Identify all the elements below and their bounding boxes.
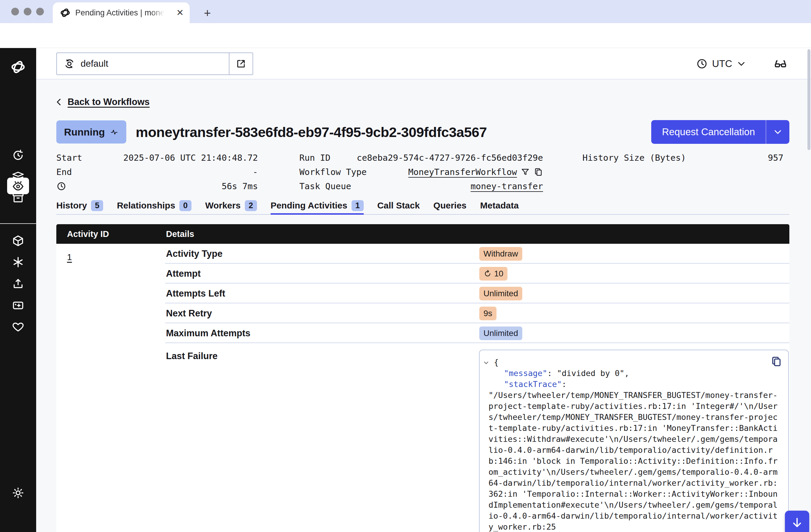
start-value: 2025-07-06 UTC 21:40:48.72 (123, 153, 258, 163)
workflow-type-link[interactable]: MoneyTransferWorkflow (408, 167, 517, 177)
chevron-left-icon (55, 97, 63, 106)
browser-tab-strip: Pending Activities | moneytra ✕ + (0, 0, 811, 23)
sidebar-item-deployments[interactable] (0, 234, 36, 247)
tab-history-count: 5 (91, 200, 103, 211)
namespace-icon (63, 58, 75, 70)
task-queue-link[interactable]: money-transfer (471, 181, 543, 191)
sidebar-item-feedback[interactable] (0, 320, 36, 333)
duration-value: 56s 7ms (222, 181, 258, 191)
end-value: - (253, 167, 258, 177)
tab-queries[interactable]: Queries (433, 199, 466, 214)
app-sidebar: 2.34.0 (0, 48, 36, 532)
collapse-chevron-icon[interactable] (483, 359, 490, 366)
theme-toggle-sun-icon[interactable] (0, 486, 36, 499)
namespace-selector[interactable]: default (56, 52, 253, 75)
tab-pending-activities-count: 1 (352, 200, 364, 211)
sidebar-item-batch-operations[interactable] (0, 170, 36, 183)
history-size-value: 957 (768, 153, 783, 163)
end-label: End (56, 167, 72, 177)
table-row: Attempt 10 (56, 264, 789, 284)
table-row: Activity Type Withdraw (56, 244, 789, 264)
sidebar-item-labs[interactable] (0, 299, 36, 311)
sidebar-item-import-events[interactable] (0, 277, 36, 290)
next-retry-label: Next Retry (166, 308, 212, 319)
sidebar-item-archival[interactable] (0, 191, 36, 204)
sidebar-item-schedules[interactable] (0, 148, 36, 161)
maximum-attempts-label: Maximum Attempts (166, 328, 250, 339)
run-id-value: ce8eba29-574c-4727-9726-fc56ed03f29e (356, 153, 543, 163)
new-tab-button[interactable]: + (204, 6, 211, 20)
tab-pending-activities[interactable]: Pending Activities1 (271, 199, 364, 214)
tab-workers[interactable]: Workers2 (205, 199, 257, 214)
table-row: Maximum Attempts Unlimited (56, 323, 789, 343)
table-row: Next Retry 9s (56, 303, 789, 323)
attempt-label: Attempt (166, 268, 201, 279)
cancel-dropdown-caret[interactable] (766, 120, 789, 144)
main-content: Back to Workflows Running moneytransfer-… (36, 79, 811, 532)
table-header: Activity ID Details (56, 224, 789, 244)
browser-tab[interactable]: Pending Activities | moneytra ✕ (53, 2, 190, 23)
filter-icon[interactable] (521, 167, 530, 177)
window-close-dot[interactable] (11, 8, 19, 15)
tab-workers-count: 2 (245, 200, 257, 211)
namespace-open-button[interactable] (229, 53, 253, 74)
activity-type-badge: Withdraw (479, 247, 522, 261)
back-to-workflows-link[interactable]: Back to Workflows (55, 97, 150, 107)
last-failure-code-block[interactable]: { "message": "divided by 0", "stackTrace… (479, 350, 789, 532)
namespace-name: default (81, 58, 108, 69)
attempts-left-badge: Unlimited (479, 287, 522, 300)
copy-json-icon[interactable] (770, 355, 782, 367)
sidebar-item-nexus[interactable] (0, 256, 36, 269)
workflow-metadata: Start 2025-07-06 UTC 21:40:48.72 End - 5… (36, 151, 811, 198)
scroll-to-bottom-button[interactable] (785, 511, 809, 532)
arrow-down-icon (791, 516, 804, 529)
namespace-bar: default UTC (36, 48, 811, 79)
maximum-attempts-badge: Unlimited (479, 326, 522, 340)
tab-call-stack[interactable]: Call Stack (377, 199, 420, 214)
sidebar-divider (0, 223, 36, 224)
labs-glasses-icon[interactable] (774, 48, 787, 79)
attempts-left-label: Attempts Left (166, 288, 225, 299)
copy-icon[interactable] (534, 167, 543, 177)
timezone-label: UTC (712, 58, 732, 70)
window-minimize-dot[interactable] (24, 8, 31, 15)
pending-activities-table: Activity ID Details 1 Activity Type With… (56, 224, 789, 532)
window-zoom-dot[interactable] (36, 8, 44, 15)
next-retry-badge: 9s (479, 307, 496, 320)
tab-title: Pending Activities | moneytra (75, 8, 164, 17)
page-scrollbar-thumb[interactable] (808, 49, 810, 150)
column-details: Details (166, 229, 194, 239)
table-row: Attempts Left Unlimited (56, 284, 789, 303)
browser-toolbar: localhost:8080/namespaces/default/workfl… (0, 23, 811, 48)
request-cancellation-button[interactable]: Request Cancellation (651, 120, 789, 144)
temporal-favicon-icon (60, 7, 71, 18)
tab-relationships-count: 0 (179, 200, 192, 211)
start-label: Start (56, 153, 82, 163)
status-text: Running (64, 126, 105, 138)
tab-metadata[interactable]: Metadata (480, 199, 519, 214)
json-message-line: "message": "divided by 0", (489, 368, 780, 379)
clock-icon (696, 58, 708, 70)
json-open-brace: { (489, 357, 780, 368)
column-activity-id: Activity ID (67, 229, 109, 239)
retry-icon (484, 270, 492, 278)
temporal-logo-icon[interactable] (0, 59, 36, 75)
chevron-down-icon (736, 59, 746, 69)
attempt-badge: 10 (479, 267, 507, 280)
workflow-type-label: Workflow Type (300, 167, 367, 177)
pulse-icon (110, 127, 119, 136)
table-body: 1 Activity Type Withdraw Attempt 10 Atte… (56, 244, 789, 532)
timezone-selector[interactable]: UTC (696, 48, 746, 79)
tab-close-icon[interactable]: ✕ (177, 8, 184, 17)
task-queue-label: Task Queue (300, 181, 351, 191)
tab-relationships[interactable]: Relationships0 (117, 199, 192, 214)
json-stacktrace-value: "/Users/twheeler/temp/MONEY_TRANSFER_BUG… (489, 390, 780, 532)
run-id-label: Run ID (300, 153, 331, 163)
json-stacktrace-key-line: "stackTrace": (489, 379, 780, 390)
duration-clock-icon (56, 181, 66, 191)
tab-history[interactable]: History5 (56, 199, 103, 214)
workflow-tabs: History5 Relationships0 Workers2 Pending… (56, 199, 789, 215)
workflow-title: moneytransfer-583e6fd8-eb97-4f95-9cb2-30… (136, 124, 487, 140)
last-failure-label: Last Failure (166, 351, 217, 362)
status-badge: Running (56, 120, 126, 143)
